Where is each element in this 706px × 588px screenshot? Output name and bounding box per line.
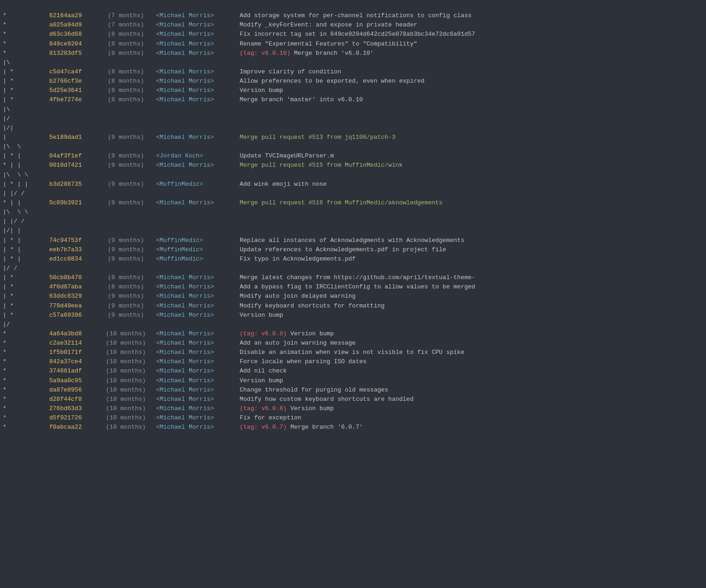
log-line[interactable]: | * 4fbe7274e(8 months)<Michael Morris>M…: [0, 95, 706, 105]
log-line[interactable]: | * b2766cf3e(8 months)<Michael Morris>A…: [0, 77, 706, 86]
commit-author: <Michael Morris>: [156, 423, 240, 432]
commit-author: <Michael Morris>: [156, 404, 240, 413]
commit-author: <Michael Morris>: [156, 30, 240, 39]
commit-time: (8 months): [96, 77, 156, 86]
log-line[interactable]: * a025a94d9(7 months)<Michael Morris>Mod…: [0, 20, 706, 30]
log-line[interactable]: | * 4f0d87aba(8 months)<Michael Morris>A…: [0, 282, 706, 292]
log-line[interactable]: | |/ /: [0, 189, 706, 198]
log-line[interactable]: * d5f921726(10 months)<Michael Morris>Fi…: [0, 413, 706, 423]
commit-author: <Michael Morris>: [156, 161, 240, 170]
log-line[interactable]: | * | eeb7b7a33(9 months)<MuffinMedic>Up…: [0, 245, 706, 255]
commit-time: (9 months): [96, 255, 156, 264]
tag-label: (tag: v6.0.8): [240, 405, 287, 412]
commit-hash: eeb7b7a33: [49, 245, 96, 255]
log-line[interactable]: | * 779d49eea(9 months)<Michael Morris>M…: [0, 301, 706, 311]
graph-symbol: *: [3, 385, 49, 395]
graph-symbol: *: [3, 366, 49, 376]
graph-symbol: | *: [3, 292, 49, 301]
log-line[interactable]: |/|: [0, 124, 706, 133]
commit-time: (8 months): [96, 30, 156, 39]
log-line[interactable]: * 849ce9204(8 months)<Michael Morris>Ren…: [0, 39, 706, 49]
log-line[interactable]: |\ \ \: [0, 170, 706, 180]
commit-time: (9 months): [96, 301, 156, 311]
log-line[interactable]: * 62164aa29(7 months)<Michael Morris>Add…: [0, 11, 706, 20]
log-line[interactable]: * 5a9aa0c95(10 months)<Michael Morris>Ve…: [0, 376, 706, 385]
commit-hash: 276bd63d3: [49, 404, 96, 413]
commit-hash: 5a9aa0c95: [49, 376, 96, 385]
graph-symbol: *: [3, 339, 49, 348]
log-line[interactable]: |/: [0, 320, 706, 329]
log-line[interactable]: * f0abcaa22(10 months)<Michael Morris>(t…: [0, 423, 706, 432]
commit-message: Merge pull request #516 from MuffinMedic…: [240, 198, 703, 208]
log-line[interactable]: | * | 04af3f1ef(9 months)<Jordan Koch>Up…: [0, 151, 706, 161]
graph-symbol: *: [3, 395, 49, 404]
commit-hash: 4f0d87aba: [49, 282, 96, 292]
commit-time: (9 months): [96, 245, 156, 255]
log-line[interactable]: * d28f44cf8(10 months)<Michael Morris>Mo…: [0, 395, 706, 404]
graph-symbol: | *: [3, 77, 49, 86]
graph-symbol: *: [3, 39, 49, 49]
log-line[interactable]: * | | 5c89b3921(9 months)<Michael Morris…: [0, 198, 706, 208]
graph-symbol: | |/ /: [3, 217, 49, 226]
log-line[interactable]: |\: [0, 58, 706, 67]
log-line[interactable]: |/: [0, 114, 706, 124]
commit-hash: 5c89b3921: [49, 198, 96, 208]
commit-author: <Michael Morris>: [156, 282, 240, 292]
graph-symbol: |\ \ \: [3, 208, 49, 217]
log-line[interactable]: * 813203df5(8 months)<Michael Morris>(ta…: [0, 49, 706, 58]
log-line[interactable]: * 842a37ce4(10 months)<Michael Morris>Fo…: [0, 357, 706, 366]
log-line[interactable]: * d63c36d68(8 months)<Michael Morris>Fix…: [0, 30, 706, 39]
commit-message: Merge pull request #515 from MuffinMedic…: [240, 161, 703, 170]
graph-symbol: | *: [3, 67, 49, 77]
log-line[interactable]: | * c5d47ca4f(8 months)<Michael Morris>I…: [0, 67, 706, 77]
log-line[interactable]: * | | 0010d7421(9 months)<Michael Morris…: [0, 161, 706, 170]
commit-hash: 779d49eea: [49, 301, 96, 311]
graph-symbol: |\ \: [3, 142, 49, 151]
log-line[interactable]: * 4a64a3bd8(10 months)<Michael Morris>(t…: [0, 329, 706, 339]
commit-time: (10 months): [96, 413, 156, 423]
graph-symbol: | |/ /: [3, 189, 49, 198]
commit-hash: 04af3f1ef: [49, 151, 96, 161]
commit-time: (10 months): [96, 339, 156, 348]
commit-author: <Michael Morris>: [156, 385, 240, 395]
log-line[interactable]: * c2ae32114(10 months)<Michael Morris>Ad…: [0, 339, 706, 348]
log-line[interactable]: | * 5d25e3641(8 months)<Michael Morris>V…: [0, 86, 706, 95]
commit-time: (10 months): [96, 348, 156, 357]
graph-symbol: *: [3, 49, 49, 58]
graph-symbol: | * |: [3, 236, 49, 245]
commit-author: <Michael Morris>: [156, 198, 240, 208]
commit-time: (9 months): [96, 236, 156, 245]
log-line[interactable]: |\ \: [0, 142, 706, 151]
commit-message: Update TVCImageURLParser.m: [240, 151, 703, 161]
log-line[interactable]: * da87e8956(10 months)<Michael Morris>Ch…: [0, 385, 706, 395]
graph-symbol: *: [3, 329, 49, 339]
commit-message: Add nil check: [240, 366, 703, 376]
commit-message: Improve clarity of condition: [240, 67, 703, 77]
log-line[interactable]: | 5e189dad1(9 months)<Michael Morris>Mer…: [0, 133, 706, 142]
graph-symbol: *: [3, 376, 49, 385]
log-line[interactable]: | * 63ddc8329(9 months)<Michael Morris>M…: [0, 292, 706, 301]
log-line[interactable]: |/| |: [0, 226, 706, 235]
log-line[interactable]: | * | | b3d288735(9 months)<MuffinMedic>…: [0, 180, 706, 189]
log-line[interactable]: * 374661adf(10 months)<Michael Morris>Ad…: [0, 366, 706, 376]
commit-time: (10 months): [96, 366, 156, 376]
log-line[interactable]: * 1f5b0171f(10 months)<Michael Morris>Di…: [0, 348, 706, 357]
commit-hash: 5e189dad1: [49, 133, 96, 142]
log-line[interactable]: | * | ed1cc0834(9 months)<MuffinMedic>Fi…: [0, 255, 706, 264]
commit-author: <Michael Morris>: [156, 395, 240, 404]
commit-time: (7 months): [96, 11, 156, 20]
commit-time: (9 months): [96, 133, 156, 142]
log-line[interactable]: |/ /: [0, 264, 706, 273]
log-line[interactable]: | * | 74c94753f(9 months)<MuffinMedic>Re…: [0, 236, 706, 245]
log-line[interactable]: | * c57a69396(9 months)<Michael Morris>V…: [0, 311, 706, 320]
tag-label: (tag: v6.0.7): [240, 424, 287, 431]
commit-hash: d63c36d68: [49, 30, 96, 39]
log-line[interactable]: * 276bd63d3(10 months)<Michael Morris>(t…: [0, 404, 706, 413]
log-line[interactable]: | |/ /: [0, 217, 706, 226]
log-line[interactable]: |\: [0, 105, 706, 114]
log-line[interactable]: |\ \ \: [0, 208, 706, 217]
commit-author: <Michael Morris>: [156, 77, 240, 86]
commit-hash: f0abcaa22: [49, 423, 96, 432]
log-line[interactable]: | * 50cb8b470(8 months)<Michael Morris>M…: [0, 273, 706, 282]
commit-hash: d28f44cf8: [49, 395, 96, 404]
